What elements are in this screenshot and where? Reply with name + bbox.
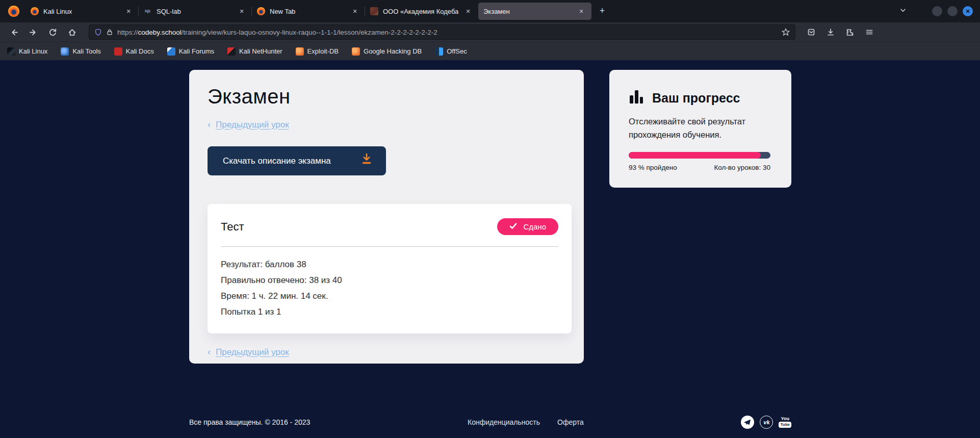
test-title: Тест	[221, 220, 244, 234]
extensions-icon[interactable]	[842, 25, 858, 39]
bookmark-kali-forums[interactable]: Kali Forums	[167, 47, 214, 56]
tab-bar: Kali Linux ✕ SQL SQL-lab ✕ New Tab ✕ ООО…	[0, 0, 980, 22]
forward-icon[interactable]	[25, 25, 41, 39]
window-maximize-button[interactable]	[947, 6, 958, 16]
tab-kali-linux[interactable]: Kali Linux ✕	[25, 3, 139, 20]
tab-close-icon[interactable]: ✕	[576, 6, 586, 16]
bookmark-kali-docs[interactable]: Kali Docs	[114, 47, 154, 56]
bookmarks-bar: Kali Linux Kali Tools Kali Docs Kali For…	[0, 42, 980, 60]
lock-icon[interactable]	[106, 29, 113, 36]
footer: Все права защищены. © 2016 - 2023 Конфид…	[189, 411, 791, 433]
bookmark-kali-linux[interactable]: Kali Linux	[7, 47, 47, 56]
tab-close-icon[interactable]: ✕	[237, 6, 247, 16]
progress-percent-label: 93 % пройдено	[629, 164, 677, 171]
bookmark-google-hacking-db[interactable]: Google Hacking DB	[352, 47, 422, 56]
result-correct-line: Правильно отвечено: 38 из 40	[221, 276, 558, 285]
sql-favicon-icon: SQL	[144, 7, 152, 15]
bookmark-kali-tools[interactable]: Kali Tools	[61, 47, 100, 56]
download-arrow-icon	[360, 153, 373, 169]
kali-nethunter-favicon-icon	[227, 47, 236, 56]
tab-sql-lab[interactable]: SQL SQL-lab ✕	[139, 3, 252, 20]
test-result-card: Тест Сдано Результат: баллов 38 Правильн…	[208, 204, 572, 333]
offsec-favicon-icon	[435, 47, 443, 56]
youtube-icon[interactable]: You Tube	[779, 417, 791, 428]
copyright-text: Все права защищены. © 2016 - 2023	[189, 418, 310, 426]
browser-window: Kali Linux ✕ SQL SQL-lab ✕ New Tab ✕ ООО…	[0, 0, 980, 438]
kali-forums-favicon-icon	[167, 47, 175, 56]
firefox-favicon-icon	[31, 7, 39, 15]
progress-description: Отслеживайте свой результат прохождения …	[629, 115, 761, 142]
reload-icon[interactable]	[45, 25, 60, 39]
tab-close-icon[interactable]: ✕	[350, 6, 360, 16]
bar-chart-icon	[629, 89, 645, 107]
previous-lesson-link-bottom[interactable]: ‹ Предыдущий урок	[208, 347, 289, 357]
progress-bar	[629, 152, 770, 159]
exploit-db-favicon-icon	[296, 47, 304, 56]
chevron-left-icon: ‹	[208, 347, 211, 357]
offer-link[interactable]: Оферта	[557, 418, 584, 426]
tab-title: Экзамен	[483, 8, 576, 15]
menu-hamburger-icon[interactable]	[862, 25, 877, 39]
list-all-tabs-icon[interactable]	[899, 7, 907, 16]
bookmark-exploit-db[interactable]: Exploit-DB	[296, 47, 339, 56]
tracking-shield-icon[interactable]	[94, 29, 102, 36]
back-icon[interactable]	[6, 25, 21, 39]
lessons-count-label: Кол-во уроков: 30	[714, 164, 770, 171]
window-minimize-button[interactable]	[932, 6, 942, 16]
bookmark-star-icon[interactable]	[782, 28, 790, 36]
tab-title: ООО «Академия Кодеба	[383, 8, 463, 15]
url-domain: codeby.school	[138, 29, 182, 36]
tab-title: SQL-lab	[157, 8, 237, 15]
window-close-button[interactable]: ✕	[963, 6, 973, 16]
home-icon[interactable]	[64, 25, 80, 39]
navigation-toolbar: https://codeby.school/training/view/kurs…	[0, 22, 980, 42]
kali-docs-favicon-icon	[114, 47, 122, 56]
chevron-left-icon: ‹	[208, 119, 211, 130]
exam-card: Экзамен ‹ Предыдущий урок Скачать описан…	[189, 70, 584, 364]
progress-fill	[629, 152, 761, 159]
bookmark-kali-nethunter[interactable]: Kali NetHunter	[227, 47, 282, 56]
tab-new-tab[interactable]: New Tab ✕	[252, 3, 365, 20]
tab-title: Kali Linux	[43, 8, 123, 15]
page-title: Экзамен	[208, 85, 565, 108]
url-text: https://codeby.school/training/view/kurs…	[117, 29, 782, 36]
kali-linux-favicon-icon	[7, 47, 15, 56]
privacy-link[interactable]: Конфиденциальность	[468, 418, 540, 426]
site-favicon-icon	[370, 7, 378, 15]
download-exam-description-button[interactable]: Скачать описание экзамна	[208, 146, 386, 175]
result-attempt-line: Попытка 1 из 1	[221, 307, 558, 316]
bookmark-offsec[interactable]: OffSec	[435, 47, 467, 56]
previous-lesson-link-top[interactable]: ‹ Предыдущий урок	[208, 119, 289, 130]
status-badge-passed: Сдано	[497, 218, 558, 235]
downloads-icon[interactable]	[823, 25, 838, 39]
firefox-favicon-icon	[257, 7, 265, 15]
result-score-line: Результат: баллов 38	[221, 260, 558, 269]
progress-title: Ваш прогресс	[652, 91, 740, 106]
tab-close-icon[interactable]: ✕	[463, 6, 473, 16]
tab-akademia[interactable]: ООО «Академия Кодеба ✕	[365, 3, 478, 20]
telegram-icon[interactable]	[741, 416, 754, 429]
ghdb-favicon-icon	[352, 47, 360, 56]
tab-close-icon[interactable]: ✕	[123, 6, 134, 16]
divider	[221, 246, 558, 247]
new-tab-button[interactable]: +	[595, 4, 610, 19]
result-time-line: Время: 1 ч. 22 мин. 14 сек.	[221, 292, 558, 300]
vk-icon[interactable]: vk	[760, 416, 773, 429]
firefox-logo-icon	[8, 6, 19, 17]
url-bar[interactable]: https://codeby.school/training/view/kurs…	[89, 24, 795, 40]
kali-tools-favicon-icon	[61, 47, 69, 56]
pocket-icon[interactable]	[804, 25, 819, 39]
tab-title: New Tab	[270, 8, 350, 15]
progress-card: Ваш прогресс Отслеживайте свой результат…	[609, 70, 791, 188]
check-icon	[509, 222, 517, 231]
tab-ekzamen-active[interactable]: Экзамен ✕	[478, 3, 591, 20]
